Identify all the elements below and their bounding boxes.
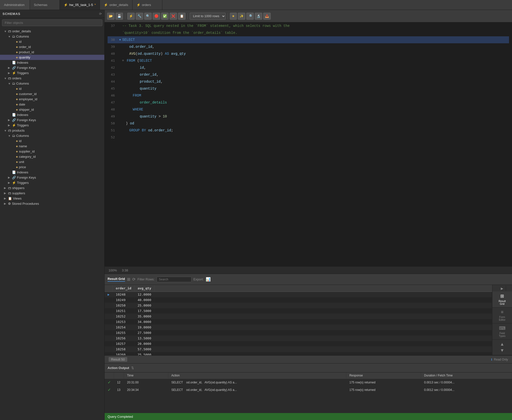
action-toolbar: Action Output ⇅ (105, 364, 512, 372)
limit-select[interactable]: Limit to 1000 rows (190, 13, 226, 20)
tree-item-suppliers[interactable]: ▶ 🗃 suppliers (0, 191, 104, 196)
tree-item-orders-triggers[interactable]: ▶ ⚡ Triggers (0, 123, 104, 128)
beautify-button[interactable]: ✨ (238, 13, 245, 20)
tree-item-products[interactable]: ▼ 🗃 products (0, 128, 104, 133)
tab-schemas[interactable]: Schemas (30, 0, 60, 10)
open-file-button[interactable]: 📂 (107, 13, 115, 20)
table-row[interactable]: 10253 34.0000 (105, 319, 492, 325)
result-count[interactable]: Result 50 (109, 357, 127, 362)
tree-item-orders-id[interactable]: ◆ id (0, 86, 104, 91)
code-editor[interactable]: 37 -- Task 3. SQL query nested in the `F… (105, 22, 512, 267)
chevron-down-icon: ▼ (8, 82, 11, 85)
result-grid-side-button[interactable]: ⊞ ResultGrid (492, 291, 512, 308)
filter-input[interactable] (2, 19, 102, 26)
result-table-container[interactable]: order_id avg_qty ▶ 10248 12.0000 (105, 285, 492, 355)
collapse-icon[interactable]: ⊖ (122, 57, 126, 64)
tree-item-stored-procs[interactable]: ▶ ⚙ Stored Procedures (0, 201, 104, 206)
table-row[interactable]: 10260 25.5000 (105, 352, 492, 356)
tree-item-col-id[interactable]: ◆ id (0, 39, 104, 44)
tree-item-products-price[interactable]: ◆ price (0, 164, 104, 170)
save-file-button[interactable]: 💾 (116, 13, 123, 20)
tree-item-od-triggers[interactable]: ▶ ⚡ Triggers (0, 70, 104, 76)
col-time[interactable]: Time (124, 372, 168, 379)
tree-item-od-foreign-keys[interactable]: ▶ 🔗 Foreign Keys (0, 65, 104, 70)
col-response[interactable]: Response (346, 372, 421, 379)
tree-item-products-columns[interactable]: ▼ 🗂 Columns (0, 133, 104, 138)
tree-item-products-name[interactable]: ◆ name (0, 144, 104, 149)
export-icon[interactable]: 📊 (206, 277, 211, 282)
table-row[interactable]: 10250 25.0000 (105, 303, 492, 308)
tree-item-orders-customer-id[interactable]: ◆ customer_id (0, 91, 104, 97)
chevron-down-icon: ▼ (4, 30, 7, 33)
filter-search-input[interactable] (157, 277, 192, 282)
tree-item-products-unit[interactable]: ◆ unit (0, 159, 104, 164)
action-output-sort-icon[interactable]: ⇅ (131, 366, 134, 370)
col-action[interactable]: Action (168, 372, 346, 379)
execute-current-button[interactable]: 🔧 (136, 13, 143, 20)
tree-item-shippers[interactable]: ▶ 🗃 shippers (0, 185, 104, 191)
tree-item-products-id[interactable]: ◆ id (0, 138, 104, 144)
grid-toggle-icon[interactable]: ⊞ (127, 277, 130, 282)
tree-item-col-product-id[interactable]: ◆ product_id (0, 50, 104, 55)
result-grid-tab[interactable]: Result Grid (108, 277, 125, 282)
table-row[interactable]: 10257 20.0000 (105, 341, 492, 347)
tree-item-orders-employee-id[interactable]: ◆ employee_id (0, 97, 104, 102)
refresh-icon[interactable]: ⟳ (132, 277, 135, 282)
schema-button[interactable]: 📋 (178, 13, 186, 20)
bookmark-button[interactable]: ★ (230, 13, 237, 20)
table-row[interactable]: 10256 13.5000 (105, 336, 492, 341)
up-arrow-icon: ▲ (500, 342, 505, 347)
tree-item-orders-columns[interactable]: ▼ 🗂 Columns (0, 81, 104, 86)
tab-hw05[interactable]: ⚡ hw_05_task_1-5* (60, 0, 100, 10)
explain-button[interactable]: 🔍 (144, 13, 152, 20)
col-header-avg-qty[interactable]: avg_qty (134, 285, 154, 292)
tree-item-products-indexes[interactable]: 📑 Indexes (0, 170, 104, 175)
tab-orders-label: orders (142, 3, 151, 7)
execute-button[interactable]: ⚡ (127, 13, 135, 20)
stop-button[interactable]: 🛑 (153, 13, 160, 20)
tree-item-orders-date[interactable]: ◆ date (0, 102, 104, 107)
tree-item-products-triggers[interactable]: ▶ ⚡ Triggers (0, 180, 104, 185)
line-number: 39 (108, 43, 119, 50)
table-row[interactable]: ▶ 10248 12.0000 (105, 292, 492, 297)
export-button[interactable]: 📤 (263, 13, 271, 20)
action-row-13: ✓ 13 20:34:34 SELECT od.order_id, AVG(od… (105, 386, 512, 394)
table-row[interactable]: 10258 57.5000 (105, 347, 492, 352)
field-types-side-button[interactable]: ⌨ FieldTypes (492, 323, 512, 340)
tree-item-od-indexes[interactable]: 📑 Indexes (0, 60, 104, 65)
tree-item-orders[interactable]: ▼ 🗃 orders (0, 76, 104, 81)
tab-orders[interactable]: ⚡ orders (132, 0, 162, 10)
side-panel-toggle[interactable]: ▶ (499, 286, 506, 291)
table-row[interactable]: 10249 40.0000 (105, 297, 492, 303)
tree-item-orders-fk[interactable]: ▶ 🔗 Foreign Keys (0, 117, 104, 123)
table-row[interactable]: 10251 17.5000 (105, 308, 492, 314)
tree-item-col-order-id[interactable]: ◆ order_id (0, 44, 104, 50)
tab-administration[interactable]: Administration (0, 0, 30, 10)
check-button[interactable]: ✅ (161, 13, 169, 20)
nav-arrows-side-button[interactable]: ▲ ▼ (492, 340, 512, 355)
table-row[interactable]: 10255 27.5000 (105, 330, 492, 336)
col-header-order-id[interactable]: order_id (113, 285, 134, 292)
tree-item-col-quantity[interactable]: ◆ quantity (0, 55, 104, 60)
tree-item-views[interactable]: ▶ 📋 Views (0, 196, 104, 201)
tree-item-order-details[interactable]: ▼ 🗃 order_details (0, 29, 104, 34)
tree-item-orders-shipper-id[interactable]: ◆ shipper_id (0, 107, 104, 112)
tree-item-order-details-columns[interactable]: ▼ 🗂 Columns (0, 34, 104, 39)
tree-item-products-category-id[interactable]: ◆ category_id (0, 154, 104, 159)
stored-procs-icon: ⚙ (8, 202, 11, 206)
tree-item-orders-indexes[interactable]: 📑 Indexes (0, 112, 104, 117)
refresh-icon[interactable]: ⟳ (99, 12, 102, 16)
cancel-button[interactable]: ❌ (170, 13, 177, 20)
table-row[interactable]: 10252 35.0000 (105, 314, 492, 319)
ok-icon: ✓ (108, 380, 111, 384)
tab-order-details[interactable]: ⚡ order_details (100, 0, 132, 10)
search-button[interactable]: 🔎 (246, 13, 254, 20)
spacer (12, 103, 15, 106)
inspector-button[interactable]: 🔬 (255, 13, 262, 20)
col-duration[interactable]: Duration / Fetch Time (421, 372, 512, 379)
down-arrow-icon: ▼ (500, 348, 505, 353)
form-editor-side-button[interactable]: ≡ FormEditor (492, 308, 512, 323)
tree-item-products-supplier-id[interactable]: ◆ supplier_id (0, 149, 104, 154)
table-row[interactable]: 10254 19.0000 (105, 325, 492, 330)
tree-item-products-fk[interactable]: ▶ 🔗 Foreign Keys (0, 175, 104, 180)
